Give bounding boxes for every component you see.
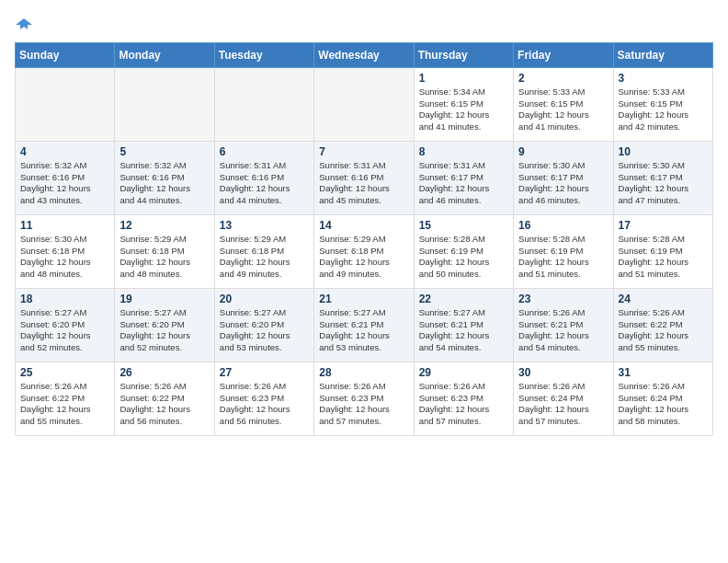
calendar-week-4: 18Sunrise: 5:27 AM Sunset: 6:20 PM Dayli… [16, 288, 713, 362]
cell-details: Sunrise: 5:27 AM Sunset: 6:20 PM Dayligh… [119, 307, 209, 354]
calendar-cell: 19Sunrise: 5:27 AM Sunset: 6:20 PM Dayli… [115, 288, 214, 362]
cell-details: Sunrise: 5:28 AM Sunset: 6:19 PM Dayligh… [518, 234, 608, 281]
cell-details: Sunrise: 5:26 AM Sunset: 6:24 PM Dayligh… [518, 381, 608, 428]
calendar-header-row: SundayMondayTuesdayWednesdayThursdayFrid… [16, 42, 713, 67]
cell-details: Sunrise: 5:26 AM Sunset: 6:21 PM Dayligh… [518, 307, 608, 354]
day-number: 9 [518, 145, 608, 158]
calendar-cell: 28Sunrise: 5:26 AM Sunset: 6:23 PM Dayli… [314, 362, 414, 435]
cell-details: Sunrise: 5:31 AM Sunset: 6:17 PM Dayligh… [419, 160, 508, 207]
day-number: 22 [419, 293, 508, 305]
cell-details: Sunrise: 5:33 AM Sunset: 6:15 PM Dayligh… [619, 86, 708, 133]
day-number: 17 [619, 219, 708, 232]
calendar-cell [115, 67, 214, 141]
cell-details: Sunrise: 5:26 AM Sunset: 6:23 PM Dayligh… [319, 381, 408, 428]
day-number: 30 [518, 366, 608, 379]
day-number: 31 [619, 366, 708, 379]
day-number: 14 [319, 219, 408, 232]
cell-details: Sunrise: 5:26 AM Sunset: 6:23 PM Dayligh… [220, 381, 309, 428]
calendar-cell: 2Sunrise: 5:33 AM Sunset: 6:15 PM Daylig… [514, 67, 613, 141]
calendar-week-3: 11Sunrise: 5:30 AM Sunset: 6:18 PM Dayli… [16, 214, 713, 288]
day-number: 2 [518, 72, 608, 85]
calendar-cell: 27Sunrise: 5:26 AM Sunset: 6:23 PM Dayli… [214, 362, 313, 435]
day-number: 23 [518, 293, 608, 305]
cell-details: Sunrise: 5:31 AM Sunset: 6:16 PM Dayligh… [319, 160, 408, 207]
cell-details: Sunrise: 5:28 AM Sunset: 6:19 PM Dayligh… [419, 234, 508, 281]
calendar-cell: 16Sunrise: 5:28 AM Sunset: 6:19 PM Dayli… [514, 214, 613, 288]
cell-details: Sunrise: 5:34 AM Sunset: 6:15 PM Dayligh… [419, 86, 508, 133]
day-number: 21 [319, 293, 408, 305]
calendar-cell: 14Sunrise: 5:29 AM Sunset: 6:18 PM Dayli… [314, 214, 414, 288]
calendar-cell: 29Sunrise: 5:26 AM Sunset: 6:23 PM Dayli… [414, 362, 513, 435]
calendar-cell: 5Sunrise: 5:32 AM Sunset: 6:16 PM Daylig… [115, 141, 214, 214]
calendar-week-5: 25Sunrise: 5:26 AM Sunset: 6:22 PM Dayli… [16, 362, 713, 435]
calendar-cell: 15Sunrise: 5:28 AM Sunset: 6:19 PM Dayli… [414, 214, 513, 288]
day-header-saturday: Saturday [613, 42, 712, 67]
cell-details: Sunrise: 5:26 AM Sunset: 6:22 PM Dayligh… [619, 307, 708, 354]
day-number: 18 [20, 293, 109, 305]
cell-details: Sunrise: 5:30 AM Sunset: 6:18 PM Dayligh… [20, 234, 109, 281]
cell-details: Sunrise: 5:32 AM Sunset: 6:16 PM Dayligh… [20, 160, 109, 207]
day-number: 5 [119, 145, 209, 158]
calendar-cell: 6Sunrise: 5:31 AM Sunset: 6:16 PM Daylig… [214, 141, 313, 214]
day-number: 8 [419, 145, 508, 158]
day-number: 10 [619, 145, 708, 158]
cell-details: Sunrise: 5:30 AM Sunset: 6:17 PM Dayligh… [518, 160, 608, 207]
logo-bird-icon [16, 16, 32, 32]
day-number: 29 [419, 366, 508, 379]
logo [15, 15, 33, 33]
calendar-cell: 4Sunrise: 5:32 AM Sunset: 6:16 PM Daylig… [16, 141, 115, 214]
cell-details: Sunrise: 5:26 AM Sunset: 6:22 PM Dayligh… [119, 381, 209, 428]
cell-details: Sunrise: 5:27 AM Sunset: 6:21 PM Dayligh… [419, 307, 508, 354]
calendar-cell [16, 67, 115, 141]
calendar-cell: 22Sunrise: 5:27 AM Sunset: 6:21 PM Dayli… [414, 288, 513, 362]
day-number: 16 [518, 219, 608, 232]
calendar-week-2: 4Sunrise: 5:32 AM Sunset: 6:16 PM Daylig… [16, 141, 713, 214]
day-number: 24 [619, 293, 708, 305]
calendar-cell: 17Sunrise: 5:28 AM Sunset: 6:19 PM Dayli… [613, 214, 712, 288]
cell-details: Sunrise: 5:29 AM Sunset: 6:18 PM Dayligh… [319, 234, 408, 281]
day-number: 7 [319, 145, 408, 158]
cell-details: Sunrise: 5:29 AM Sunset: 6:18 PM Dayligh… [119, 234, 209, 281]
day-number: 20 [220, 293, 309, 305]
calendar-week-1: 1Sunrise: 5:34 AM Sunset: 6:15 PM Daylig… [16, 67, 713, 141]
cell-details: Sunrise: 5:27 AM Sunset: 6:20 PM Dayligh… [220, 307, 309, 354]
day-header-friday: Friday [514, 42, 613, 67]
day-number: 6 [220, 145, 309, 158]
day-number: 13 [220, 219, 309, 232]
day-header-thursday: Thursday [414, 42, 513, 67]
calendar-cell [214, 67, 313, 141]
cell-details: Sunrise: 5:31 AM Sunset: 6:16 PM Dayligh… [220, 160, 309, 207]
cell-details: Sunrise: 5:27 AM Sunset: 6:20 PM Dayligh… [20, 307, 109, 354]
day-number: 1 [419, 72, 508, 85]
cell-details: Sunrise: 5:28 AM Sunset: 6:19 PM Dayligh… [619, 234, 708, 281]
day-header-sunday: Sunday [16, 42, 115, 67]
cell-details: Sunrise: 5:29 AM Sunset: 6:18 PM Dayligh… [220, 234, 309, 281]
calendar-cell: 26Sunrise: 5:26 AM Sunset: 6:22 PM Dayli… [115, 362, 214, 435]
calendar-cell: 3Sunrise: 5:33 AM Sunset: 6:15 PM Daylig… [613, 67, 712, 141]
cell-details: Sunrise: 5:32 AM Sunset: 6:16 PM Dayligh… [119, 160, 209, 207]
cell-details: Sunrise: 5:33 AM Sunset: 6:15 PM Dayligh… [518, 86, 608, 133]
day-number: 12 [119, 219, 209, 232]
day-number: 25 [20, 366, 109, 379]
calendar-cell: 25Sunrise: 5:26 AM Sunset: 6:22 PM Dayli… [16, 362, 115, 435]
calendar-cell: 31Sunrise: 5:26 AM Sunset: 6:24 PM Dayli… [613, 362, 712, 435]
calendar-cell: 8Sunrise: 5:31 AM Sunset: 6:17 PM Daylig… [414, 141, 513, 214]
day-number: 4 [20, 145, 109, 158]
calendar-cell: 23Sunrise: 5:26 AM Sunset: 6:21 PM Dayli… [514, 288, 613, 362]
calendar-cell: 13Sunrise: 5:29 AM Sunset: 6:18 PM Dayli… [214, 214, 313, 288]
calendar-cell: 1Sunrise: 5:34 AM Sunset: 6:15 PM Daylig… [414, 67, 513, 141]
calendar-table: SundayMondayTuesdayWednesdayThursdayFrid… [15, 42, 713, 436]
cell-details: Sunrise: 5:30 AM Sunset: 6:17 PM Dayligh… [619, 160, 708, 207]
day-number: 19 [119, 293, 209, 305]
cell-details: Sunrise: 5:26 AM Sunset: 6:22 PM Dayligh… [20, 381, 109, 428]
cell-details: Sunrise: 5:26 AM Sunset: 6:23 PM Dayligh… [419, 381, 508, 428]
day-number: 11 [20, 219, 109, 232]
calendar-cell: 11Sunrise: 5:30 AM Sunset: 6:18 PM Dayli… [16, 214, 115, 288]
day-header-monday: Monday [115, 42, 214, 67]
calendar-cell: 20Sunrise: 5:27 AM Sunset: 6:20 PM Dayli… [214, 288, 313, 362]
calendar-cell: 10Sunrise: 5:30 AM Sunset: 6:17 PM Dayli… [613, 141, 712, 214]
calendar-cell: 18Sunrise: 5:27 AM Sunset: 6:20 PM Dayli… [16, 288, 115, 362]
calendar-cell: 7Sunrise: 5:31 AM Sunset: 6:16 PM Daylig… [314, 141, 414, 214]
day-number: 27 [220, 366, 309, 379]
calendar-cell: 30Sunrise: 5:26 AM Sunset: 6:24 PM Dayli… [514, 362, 613, 435]
